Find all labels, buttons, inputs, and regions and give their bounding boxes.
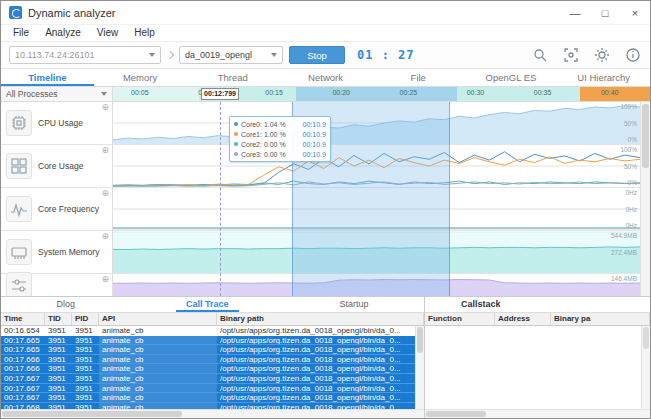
- tab-startup[interactable]: Startup: [329, 297, 378, 312]
- time-marker-line: [220, 102, 221, 296]
- cell-path: /opt/usr/apps/org.tizen.da_0018_opengl/b…: [217, 393, 424, 402]
- tab-ui-hierarchy[interactable]: UI Hierarchy: [557, 69, 650, 86]
- column-header-api[interactable]: API: [99, 313, 217, 325]
- column-header-binary-path[interactable]: Binary path: [217, 313, 424, 325]
- zoom-in-icon[interactable]: ⊕: [101, 103, 109, 112]
- menu-bar: File Analyze View Help: [1, 25, 650, 42]
- table-row[interactable]: 00:17.66639513951animate_cb/opt/usr/apps…: [1, 355, 424, 365]
- column-header-tid[interactable]: TID: [45, 313, 72, 325]
- calltrace-vertical-scrollbar[interactable]: [415, 326, 424, 409]
- stop-button[interactable]: Stop: [289, 46, 345, 64]
- cell-time: 00:17.666: [1, 364, 45, 373]
- tab-thread[interactable]: Thread: [186, 69, 279, 86]
- zoom-in-icon[interactable]: ⊕: [101, 232, 109, 241]
- tooltip-line: Core1: 1.00 % 00:10.9: [234, 129, 326, 139]
- menu-file[interactable]: File: [5, 25, 37, 41]
- scrollbar-thumb[interactable]: [642, 104, 649, 168]
- tab-call-trace[interactable]: Call Trace: [176, 297, 239, 312]
- cell-path: /opt/usr/apps/org.tizen.da_0018_opengl/b…: [217, 326, 424, 336]
- scrollbar-thumb[interactable]: [417, 327, 423, 353]
- timeline-vertical-scrollbar[interactable]: [640, 102, 650, 296]
- cell-pid: 3951: [72, 326, 99, 336]
- app-window: Dynamic analyzer — □ × File Analyze View…: [0, 0, 651, 419]
- series-dot-icon: [234, 122, 238, 126]
- row-label-core-frequency[interactable]: Core Frequency ⊕: [1, 188, 112, 231]
- capture-icon[interactable]: [562, 46, 580, 64]
- axis-label: 544.9MB: [611, 232, 637, 239]
- axis-label: 0%: [628, 136, 637, 143]
- minimize-button[interactable]: —: [560, 1, 590, 24]
- scrollbar-thumb[interactable]: [2, 411, 182, 417]
- settings-gear-icon[interactable]: [593, 46, 611, 64]
- calltrace-panel: Dlog Call Trace Startup Time TID PID API…: [1, 297, 425, 418]
- series-dot-icon: [234, 142, 238, 146]
- row-label-text: Core Frequency: [38, 204, 99, 214]
- timeline-row-labels: CPU Usage ⊕ Core Usage ⊕ Core Frequency …: [1, 102, 113, 296]
- cell-pid: 3951: [72, 345, 99, 354]
- cell-time: 00:17.666: [1, 355, 45, 364]
- info-icon[interactable]: [624, 46, 642, 64]
- callstack-table-body[interactable]: [425, 326, 650, 409]
- table-row[interactable]: 00:17.66539513951animate_cb/opt/usr/apps…: [1, 345, 424, 355]
- time-ruler[interactable]: 00:12:799 00:0500:1000:1500:2000:2500:30…: [113, 87, 650, 101]
- scrollbar-thumb[interactable]: [643, 327, 649, 349]
- search-icon[interactable]: [531, 46, 549, 64]
- ruler-tick: 00:35: [534, 89, 552, 96]
- zoom-in-icon[interactable]: ⊕: [101, 189, 109, 198]
- cell-pid: 3951: [72, 384, 99, 393]
- axis-label: 100%: [620, 103, 637, 110]
- process-filter-select[interactable]: All Processes: [1, 87, 113, 101]
- zoom-in-icon[interactable]: ⊕: [101, 275, 109, 284]
- menu-analyze[interactable]: Analyze: [37, 25, 89, 41]
- callstack-vertical-scrollbar[interactable]: [641, 326, 650, 409]
- ruler-tick: 00:25: [400, 89, 418, 96]
- zoom-in-icon[interactable]: ⊕: [101, 146, 109, 155]
- tab-dlog[interactable]: Dlog: [46, 297, 85, 312]
- table-row[interactable]: 00:17.66739513951animate_cb/opt/usr/apps…: [1, 393, 424, 403]
- column-header-address[interactable]: Address: [495, 313, 551, 325]
- axis-label: 272.4MB: [611, 249, 637, 256]
- cell-tid: 3951: [45, 345, 72, 354]
- memory-icon: [6, 239, 32, 265]
- table-row[interactable]: 00:17.66739513951animate_cb/opt/usr/apps…: [1, 384, 424, 394]
- column-header-pid[interactable]: PID: [72, 313, 99, 325]
- app-select[interactable]: da_0019_opengl: [179, 46, 283, 64]
- column-header-binary-path[interactable]: Binary pa: [551, 313, 650, 325]
- calltrace-table-header: Time TID PID API Binary path: [1, 313, 424, 326]
- scrollbar-thumb[interactable]: [426, 411, 486, 417]
- tab-network[interactable]: Network: [279, 69, 372, 86]
- tooltip-line: Core3: 0.00 % 00:10.9: [234, 149, 326, 159]
- callstack-panel: Callstack Function Address Binary pa: [425, 297, 650, 418]
- tab-file[interactable]: File: [372, 69, 465, 86]
- table-row[interactable]: 00:17.66539513951animate_cb/opt/usr/apps…: [1, 336, 424, 346]
- tab-memory[interactable]: Memory: [94, 69, 187, 86]
- row-label-partial[interactable]: ⊕: [1, 274, 112, 296]
- calltrace-horizontal-scrollbar[interactable]: [1, 409, 424, 418]
- row-label-system-memory[interactable]: System Memory ⊕: [1, 231, 112, 274]
- tab-timeline[interactable]: Timeline: [1, 69, 94, 86]
- chevron-down-icon: [101, 92, 107, 96]
- close-button[interactable]: ×: [620, 1, 650, 24]
- cell-path: /opt/usr/apps/org.tizen.da_0018_opengl/b…: [217, 374, 424, 383]
- title-bar: Dynamic analyzer — □ ×: [1, 1, 650, 25]
- cell-pid: 3951: [72, 336, 99, 345]
- table-row[interactable]: 00:17.66739513951animate_cb/opt/usr/apps…: [1, 374, 424, 384]
- callstack-horizontal-scrollbar[interactable]: [425, 409, 650, 418]
- row-label-cpu-usage[interactable]: CPU Usage ⊕: [1, 102, 112, 145]
- tab-opengl-es[interactable]: OpenGL ES: [465, 69, 558, 86]
- row-label-core-usage[interactable]: Core Usage ⊕: [1, 145, 112, 188]
- app-value: da_0019_opengl: [185, 50, 252, 60]
- device-select[interactable]: 10.113.74.24:26101: [9, 46, 161, 64]
- timeline-charts[interactable]: 100% 50% 0% 100% 50% 0% 0Hz 0Hz 0Hz 544.…: [113, 102, 640, 296]
- cell-tid: 3951: [45, 384, 72, 393]
- table-row[interactable]: 00:16.65439513951animate_cb/opt/usr/apps…: [1, 326, 424, 336]
- cell-pid: 3951: [72, 364, 99, 373]
- table-row[interactable]: 00:17.66639513951animate_cb/opt/usr/apps…: [1, 364, 424, 374]
- menu-help[interactable]: Help: [126, 25, 163, 41]
- maximize-button[interactable]: □: [590, 1, 620, 24]
- column-header-function[interactable]: Function: [425, 313, 495, 325]
- bottom-panel: Dlog Call Trace Startup Time TID PID API…: [1, 296, 650, 418]
- calltrace-table-body[interactable]: 00:16.65439513951animate_cb/opt/usr/apps…: [1, 326, 424, 409]
- menu-view[interactable]: View: [89, 25, 127, 41]
- column-header-time[interactable]: Time: [1, 313, 45, 325]
